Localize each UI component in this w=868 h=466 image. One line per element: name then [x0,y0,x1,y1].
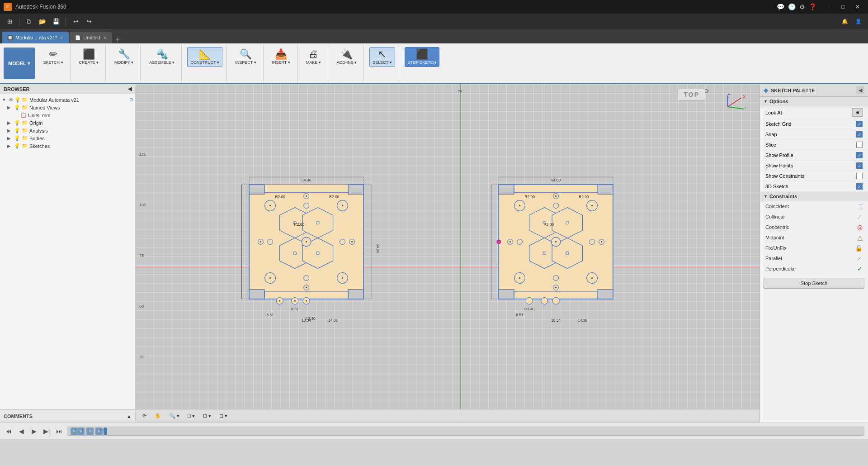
view-cube-label[interactable]: TOP [678,89,705,100]
parallel-label: Parallel [765,256,782,261]
new-file-button[interactable]: 🗋 [23,16,35,28]
fix-unfix-icon: 🔒 [855,244,863,252]
modify-button[interactable]: 🔧 MODIFY ▾ [111,47,137,67]
make-group: 🖨 MAKE ▾ [299,45,328,81]
assemble-button[interactable]: 🔩 ASSEMBLE ▾ [146,47,178,67]
stop-sketch-button[interactable]: Stop Sketch [764,278,864,289]
settings-icon[interactable]: ⚙ [799,3,805,10]
timeline-item-2[interactable]: S [77,428,85,435]
hole-tl-r-dot [519,205,520,206]
tree-item-root[interactable]: ▼ 👁 💡 📁 Modular Automata v21 ⊙ [0,96,135,104]
3d-sketch-row: 3D Sketch ✓ [760,181,868,192]
palette-collapse-button[interactable]: ◀ [856,86,864,94]
construct-button[interactable]: 📐 CONSTRUCT ▾ [187,47,222,67]
tree-item-units[interactable]: 📋 Units: mm [0,111,135,119]
save-button[interactable]: 💾 [50,16,62,28]
insert-button[interactable]: 📥 INSERT ▾ [269,47,293,67]
tab-close-modular[interactable]: ✕ [60,35,63,40]
tab-close-untitled[interactable]: ✕ [103,35,107,40]
bot-hole2-dot [294,300,296,301]
selected-point [497,240,500,243]
history-icon[interactable]: 🕐 [788,3,796,10]
open-file-button[interactable]: 📂 [37,16,48,28]
modify-label: MODIFY ▾ [114,60,133,65]
notch-tr-right [598,185,613,194]
user-button[interactable]: 👤 [853,16,864,28]
snap-checkbox[interactable]: ✓ [856,131,863,138]
side-hole-l-dot [260,241,261,243]
create-button[interactable]: ⬛ CREATE ▾ [76,47,102,67]
sketch-button[interactable]: ✏ SKETCH ▾ [40,47,66,67]
eye-icon-root[interactable]: ⊙ [129,97,133,103]
undo-button[interactable]: ↩ [70,16,81,28]
midpoint-icon: △ [858,234,863,241]
notifications-button[interactable]: 🔔 [839,16,851,28]
parallel-row: Parallel ⟋ [760,253,868,264]
close-button[interactable]: ✕ [851,2,864,11]
viewport[interactable]: TOP 75 125 100 75 50 25 54.00 54.00 [136,84,760,423]
sketch-grid-checkbox[interactable]: ✓ [856,121,863,127]
radius-label-tl-right: R2.00 [525,195,535,199]
apps-grid-button[interactable]: ⊞ [4,16,15,28]
3d-sketch-checkbox[interactable]: ✓ [856,183,863,190]
expand-sketches: ▶ [7,143,13,148]
view-button[interactable]: □ ▾ [184,412,198,420]
chat-icon[interactable]: 💬 [777,3,784,10]
timeline-play-button[interactable]: ▶ [29,426,39,436]
inspect-button[interactable]: 🔍 INSPECT ▾ [232,47,259,67]
fix-unfix-label: Fix/UnFix [765,245,786,251]
svg-line-0 [728,98,741,107]
timeline-step-back-button[interactable]: ◀ [16,426,26,436]
show-profile-checkbox[interactable]: ✓ [856,152,863,158]
slice-checkbox[interactable] [856,142,863,148]
hex-tr-r-hole [566,221,569,224]
mid-hole-top-r [553,203,559,209]
hole-tr-r-dot [591,205,593,206]
select-button[interactable]: ↖ SELECT ▾ [369,47,395,67]
mode-button[interactable]: MODEL ▾ [4,48,35,79]
maximize-button[interactable]: □ [836,2,850,11]
options-header[interactable]: ▼ Options [760,97,868,106]
show-constraints-checkbox[interactable] [856,173,863,179]
timeline-item-4[interactable]: S [95,428,103,435]
minimize-button[interactable]: ─ [822,2,835,11]
pan-button[interactable]: ✋ [151,412,164,420]
main-area: BROWSER ◀ ▼ 👁 💡 📁 Modular Automata v21 ⊙… [0,84,868,423]
tab-modular[interactable]: 🔲 Modular ...ata v21* ✕ [2,32,69,43]
timeline: ⏮ ◀ ▶ ▶| ⏭ S S S S [0,423,868,439]
root-icons: 👁 💡 📁 [9,97,28,103]
insert-label: INSERT ▾ [272,60,290,65]
stop-sketch-ribbon-button[interactable]: ⬛ STOP SKETCH [405,47,439,67]
show-points-checkbox[interactable]: ✓ [856,162,863,169]
addins-button[interactable]: 🔌 ADD-INS ▾ [334,47,360,67]
tree-item-origin[interactable]: ▶ 💡 📁 Origin [0,119,135,127]
grid-button[interactable]: ⊟ ▾ [216,412,231,420]
comments-expand-icon[interactable]: ▲ [127,414,132,419]
notch-tl-left [250,185,265,194]
snap-label: Snap [765,132,777,137]
look-at-button[interactable]: ⊞ [852,108,863,117]
timeline-track[interactable]: S S S S [67,427,864,436]
redo-button[interactable]: ↪ [83,16,95,28]
help-icon[interactable]: ❓ [809,3,816,10]
timeline-step-forward-button[interactable]: ▶| [42,426,52,436]
tree-item-analysis[interactable]: ▶ 💡 📁 Analysis [0,127,135,134]
constraints-header[interactable]: ▼ Constraints [760,192,868,201]
zoom-button[interactable]: 🔍 ▾ [166,412,183,420]
timeline-item-3[interactable]: S [86,428,94,435]
timeline-to-start-button[interactable]: ⏮ [4,426,14,436]
tab-untitled[interactable]: 📄 Untitled ✕ [70,32,112,43]
notch-top-fill-left [264,185,348,192]
new-tab-button[interactable]: + [112,35,123,43]
timeline-to-end-button[interactable]: ⏭ [54,426,64,436]
browser-collapse-icon[interactable]: ◀ [128,86,132,92]
tree-item-sketches[interactable]: ▶ 💡 📁 Sketches [0,142,135,150]
constraints-label: Constraints [769,194,797,199]
display-button[interactable]: ⊞ ▾ [200,412,214,420]
tree-item-named-views[interactable]: ▶ 💡 📁 Named Views [0,104,135,111]
make-button[interactable]: 🖨 MAKE ▾ [303,47,324,67]
timeline-position-marker[interactable] [104,428,107,435]
tree-item-bodies[interactable]: ▶ 💡 📁 Bodies [0,134,135,142]
timeline-item-1[interactable]: S [71,428,78,435]
orbit-button[interactable]: ⟳ [139,412,150,420]
